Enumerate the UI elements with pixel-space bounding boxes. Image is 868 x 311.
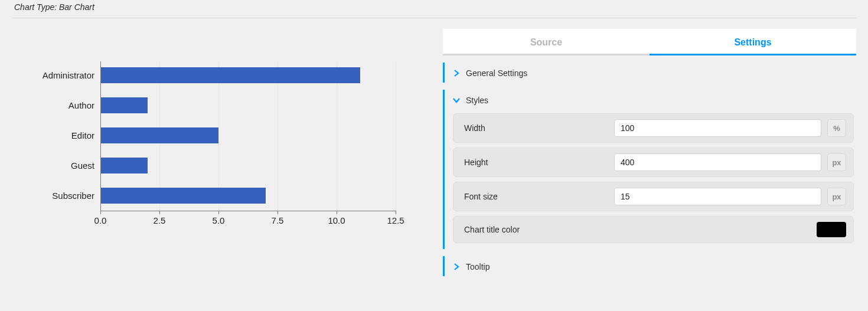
section-general-settings: General Settings bbox=[443, 63, 856, 83]
section-styles: Styles Width % Height px bbox=[443, 90, 856, 249]
chart-bar bbox=[100, 188, 266, 204]
chart-preview: Administrator Author Editor Guest Subscr… bbox=[12, 29, 437, 265]
chart-x-tick bbox=[337, 211, 337, 214]
x-tick-label: 12.5 bbox=[384, 215, 407, 225]
x-tick-label: 5.0 bbox=[207, 215, 230, 225]
chart-bar bbox=[100, 158, 148, 173]
chart-x-axis bbox=[100, 211, 396, 211]
chart-type-header: Chart Type: Bar Chart bbox=[12, 0, 856, 18]
bar-category-label: Administrator bbox=[12, 71, 94, 80]
unit-label: px bbox=[832, 192, 841, 201]
chevron-right-icon bbox=[453, 263, 460, 270]
field-label: Width bbox=[461, 123, 608, 133]
field-height: Height px bbox=[453, 148, 854, 177]
chevron-down-icon bbox=[453, 97, 460, 104]
bar-category-label: Guest bbox=[12, 161, 94, 170]
unit-label: px bbox=[832, 158, 841, 167]
height-input[interactable] bbox=[614, 153, 821, 171]
chart-y-axis bbox=[100, 61, 101, 211]
height-unit: px bbox=[827, 153, 846, 171]
field-label: Font size bbox=[461, 192, 608, 201]
settings-panel: Source Settings General Settings bbox=[443, 29, 856, 276]
chart-x-tick bbox=[100, 211, 101, 214]
field-title-color: Chart title color bbox=[453, 216, 854, 243]
section-tooltip: Tooltip bbox=[443, 256, 856, 276]
tab-settings[interactable]: Settings bbox=[650, 29, 856, 55]
tab-label: Source bbox=[530, 37, 562, 47]
chart-gridline bbox=[278, 61, 278, 211]
width-input[interactable] bbox=[614, 119, 821, 137]
x-tick-label: 7.5 bbox=[266, 215, 289, 225]
field-width: Width % bbox=[453, 113, 854, 143]
x-tick-label: 0.0 bbox=[89, 215, 112, 225]
width-unit-toggle[interactable]: % bbox=[827, 119, 846, 137]
bar-category-label: Author bbox=[12, 101, 94, 110]
chart-bar bbox=[100, 127, 218, 143]
tab-source[interactable]: Source bbox=[443, 29, 650, 55]
field-font-size: Font size px bbox=[453, 182, 854, 211]
section-title: Tooltip bbox=[466, 262, 490, 271]
x-tick-label: 2.5 bbox=[148, 215, 171, 225]
font-size-input[interactable] bbox=[614, 188, 821, 205]
bar-category-label: Subscriber bbox=[12, 191, 94, 200]
x-tick-label: 10.0 bbox=[325, 215, 348, 225]
styles-body: Width % Height px Font s bbox=[453, 113, 854, 243]
chart-bar bbox=[100, 97, 148, 113]
unit-label: % bbox=[833, 124, 840, 133]
section-toggle-styles[interactable]: Styles bbox=[453, 96, 854, 105]
bar-category-label: Editor bbox=[12, 131, 94, 140]
section-toggle-general[interactable]: General Settings bbox=[453, 68, 854, 78]
field-label: Chart title color bbox=[461, 225, 608, 234]
chart-x-tick bbox=[218, 211, 219, 214]
chart-gridline bbox=[396, 61, 396, 211]
panel-tabs: Source Settings bbox=[443, 29, 856, 55]
section-title: General Settings bbox=[466, 68, 527, 78]
field-label: Height bbox=[461, 158, 608, 167]
chart-x-tick bbox=[396, 211, 396, 214]
chart-x-tick bbox=[278, 211, 278, 214]
section-toggle-tooltip[interactable]: Tooltip bbox=[453, 262, 854, 271]
chart-plot-area bbox=[100, 61, 396, 211]
chevron-right-icon bbox=[453, 70, 460, 77]
section-title: Styles bbox=[466, 96, 488, 105]
chart-gridline bbox=[337, 61, 337, 211]
title-color-picker[interactable] bbox=[817, 222, 846, 237]
chart-x-tick bbox=[159, 211, 160, 214]
chart-type-label: Chart Type: Bar Chart bbox=[14, 2, 94, 12]
tab-label: Settings bbox=[734, 37, 771, 47]
font-size-unit: px bbox=[827, 188, 846, 205]
chart-bar bbox=[100, 67, 360, 83]
